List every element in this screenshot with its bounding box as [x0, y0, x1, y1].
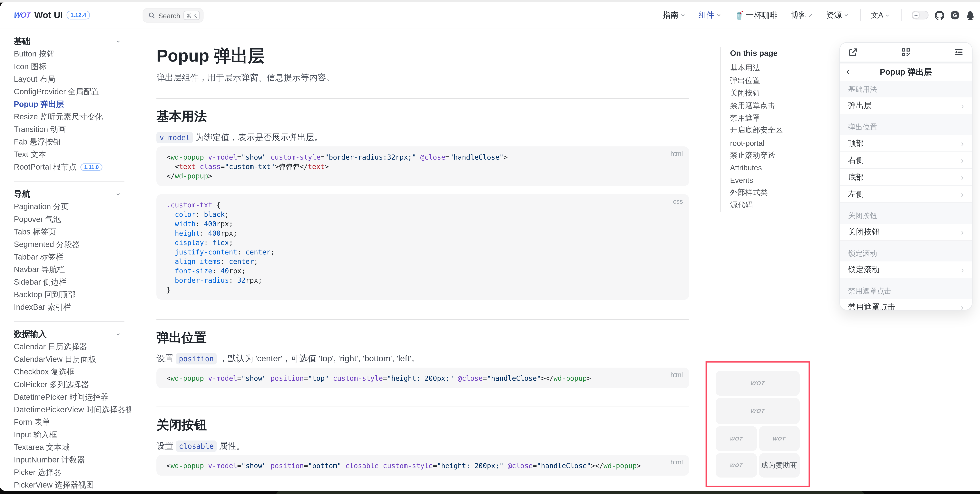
external-link-icon[interactable]	[848, 48, 858, 57]
inline-code: v-model	[156, 132, 193, 143]
nav-item-组件[interactable]: 组件	[698, 10, 721, 21]
outline-link-关闭按钮[interactable]: 关闭按钮	[730, 87, 815, 99]
cell-label: 关闭按钮	[848, 226, 880, 237]
sidebar-item-InputNumber 计数器[interactable]: InputNumber 计数器	[14, 454, 124, 466]
code-block-css[interactable]: css.custom-txt { color: black; width: 40…	[156, 194, 689, 300]
sidebar-group-header[interactable]: 导航	[14, 188, 124, 200]
sidebar-item-Sidebar 侧边栏[interactable]: Sidebar 侧边栏	[14, 276, 124, 288]
version-badge[interactable]: 1.12.4	[67, 11, 90, 19]
sidebar-item-DatetimePickerView 时间选择器视图[interactable]: DatetimePickerView 时间选择器视图	[14, 403, 124, 416]
sidebar-item-PickerView 选择器视图[interactable]: PickerView 选择器视图	[14, 479, 124, 491]
phone-cell-锁定滚动[interactable]: 锁定滚动›	[840, 261, 972, 278]
sidebar-item-Segmented 分段器[interactable]: Segmented 分段器	[14, 238, 124, 251]
sidebar-item-IndexBar 索引栏[interactable]: IndexBar 索引栏	[14, 301, 124, 314]
sidebar-item-ColPicker 多列选择器[interactable]: ColPicker 多列选择器	[14, 378, 124, 391]
github-icon	[935, 10, 944, 20]
sidebar-item-Navbar 导航栏[interactable]: Navbar 导航栏	[14, 263, 124, 276]
code-block-html[interactable]: html<wd-popup v-model="show" position="b…	[156, 455, 689, 476]
code-block-html[interactable]: html<wd-popup v-model="show" custom-styl…	[156, 147, 689, 186]
nav-item-资源[interactable]: 资源	[826, 10, 849, 21]
sidebar-item-label: Textarea 文本域	[14, 442, 70, 453]
sidebar-group-header[interactable]: 基础	[14, 35, 124, 48]
nav-label: 资源	[826, 10, 842, 21]
outline-link-Events[interactable]: Events	[730, 174, 815, 186]
sidebar-item-Popup 弹出层[interactable]: Popup 弹出层	[14, 98, 124, 111]
sidebar-item-Form 表单[interactable]: Form 表单	[14, 416, 124, 429]
phone-cell-禁用遮罩点击[interactable]: 禁用遮罩点击›	[840, 299, 972, 311]
outline-link-root-portal[interactable]: root-portal	[730, 137, 815, 149]
sidebar-item-RootPortal 根节点[interactable]: RootPortal 根节点1.11.0	[14, 161, 124, 174]
phone-cell-左侧[interactable]: 左侧›	[840, 186, 972, 203]
phone-cell-弹出层[interactable]: 弹出层›	[840, 97, 972, 115]
sidebar-item-label: DatetimePicker 时间选择器	[14, 392, 108, 402]
sidebar-item-Layout 布局[interactable]: Layout 布局	[14, 73, 124, 86]
github-link[interactable]	[935, 10, 944, 20]
sponsor-logo-tile[interactable]: WOT	[759, 426, 800, 451]
outline-link-禁止滚动穿透[interactable]: 禁止滚动穿透	[730, 149, 815, 162]
divider	[901, 9, 902, 21]
outline-link-开启底部安全区[interactable]: 开启底部安全区	[730, 124, 815, 137]
phone-cell-右侧[interactable]: 右侧›	[840, 152, 972, 169]
outline-link-Attributes[interactable]: Attributes	[730, 162, 815, 174]
phone-cell-顶部[interactable]: 顶部›	[840, 135, 972, 152]
nav-item-博客[interactable]: 博客↗	[791, 10, 813, 21]
code-content: <wd-popup v-model="show" position="botto…	[166, 461, 680, 471]
sidebar-item-Tabbar 标签栏[interactable]: Tabbar 标签栏	[14, 251, 124, 263]
section-divider	[156, 98, 689, 99]
outline-list-icon[interactable]	[954, 47, 964, 57]
nav-item-一杯咖啡[interactable]: 🥤一杯咖啡	[734, 10, 778, 21]
theme-toggle[interactable]: ☀	[912, 11, 929, 19]
gitee-link[interactable]: G	[951, 11, 959, 19]
sidebar-item-Input 输入框[interactable]: Input 输入框	[14, 429, 124, 441]
chevron-right-icon: ›	[961, 101, 964, 110]
sidebar-item-Textarea 文本域[interactable]: Textarea 文本域	[14, 441, 124, 454]
qr-code-icon[interactable]	[900, 47, 911, 57]
wot-logo-placeholder: WOT	[772, 436, 786, 441]
sponsor-cta-tile[interactable]: 成为赞助商	[759, 453, 800, 478]
outline-item: 源代码	[730, 199, 815, 211]
sidebar-item-Transition 动画[interactable]: Transition 动画	[14, 123, 124, 135]
outline-link-源代码[interactable]: 源代码	[730, 199, 815, 211]
search-button[interactable]: Search ⌘ K	[143, 8, 204, 23]
sponsor-logo-tile[interactable]: WOT	[716, 398, 800, 424]
sidebar-item-Popover 气泡[interactable]: Popover 气泡	[14, 213, 124, 226]
phone-cell-底部[interactable]: 底部›	[840, 169, 972, 186]
phone-cell-关闭按钮[interactable]: 关闭按钮›	[840, 224, 972, 241]
sidebar-item-DatetimePicker 时间选择器[interactable]: DatetimePicker 时间选择器	[14, 391, 124, 403]
sidebar-item-Icon 图标[interactable]: Icon 图标	[14, 61, 124, 73]
sidebar-item-Calendar 日历选择器[interactable]: Calendar 日历选择器	[14, 341, 124, 353]
sidebar-item-Pagination 分页[interactable]: Pagination 分页	[14, 201, 124, 213]
nav-item-指南[interactable]: 指南	[663, 10, 685, 21]
sidebar-item-CalendarView 日历面板[interactable]: CalendarView 日历面板	[14, 353, 124, 366]
sidebar-item-Resize 监听元素尺寸变化[interactable]: Resize 监听元素尺寸变化	[14, 111, 124, 123]
outline-link-外部样式类[interactable]: 外部样式类	[730, 186, 815, 199]
sponsor-logo-tile[interactable]: WOT	[716, 426, 757, 451]
sidebar-item-Backtop 回到顶部[interactable]: Backtop 回到顶部	[14, 288, 124, 301]
site-logo[interactable]: WOT Wot UI 1.12.4	[14, 2, 90, 29]
outline-link-基本用法[interactable]: 基本用法	[730, 62, 815, 75]
cell-label: 右侧	[848, 155, 864, 166]
sidebar-item-ConfigProvider 全局配置[interactable]: ConfigProvider 全局配置	[14, 86, 124, 98]
sidebar-item-Tabs 标签页[interactable]: Tabs 标签页	[14, 226, 124, 238]
section-paragraph: 设置 position ，默认为 'center'，可选值 'top', 'ri…	[156, 352, 689, 366]
sidebar-item-Button 按钮[interactable]: Button 按钮	[14, 48, 124, 61]
sidebar-item-Fab 悬浮按钮[interactable]: Fab 悬浮按钮	[14, 135, 124, 148]
chevron-right-icon: ›	[961, 227, 964, 237]
page-title: Popup 弹出层	[156, 45, 689, 67]
sidebar-item-Text 文本[interactable]: Text 文本	[14, 148, 124, 161]
outline-link-弹出位置[interactable]: 弹出位置	[730, 75, 815, 87]
sidebar-group-header[interactable]: 数据输入	[14, 328, 124, 341]
code-block-html[interactable]: html<wd-popup v-model="show" position="t…	[156, 368, 689, 388]
outline-link-禁用遮罩[interactable]: 禁用遮罩	[730, 112, 815, 124]
sponsor-logo-tile[interactable]: WOT	[716, 453, 757, 478]
qq-link[interactable]	[966, 10, 975, 20]
sidebar-group-title: 基础	[14, 36, 30, 47]
code-lang-label: html	[670, 371, 683, 378]
language-menu[interactable]: 文A	[871, 10, 889, 21]
sponsor-logo-tile[interactable]: WOT	[716, 371, 800, 395]
sidebar-item-Checkbox 复选框[interactable]: Checkbox 复选框	[14, 366, 124, 378]
sidebar-item-Picker 选择器[interactable]: Picker 选择器	[14, 466, 124, 479]
back-chevron-icon[interactable]: ‹	[846, 66, 850, 76]
outline-link-禁用遮罩点击[interactable]: 禁用遮罩点击	[730, 100, 815, 112]
sidebar-item-label: Sidebar 侧边栏	[14, 277, 67, 287]
